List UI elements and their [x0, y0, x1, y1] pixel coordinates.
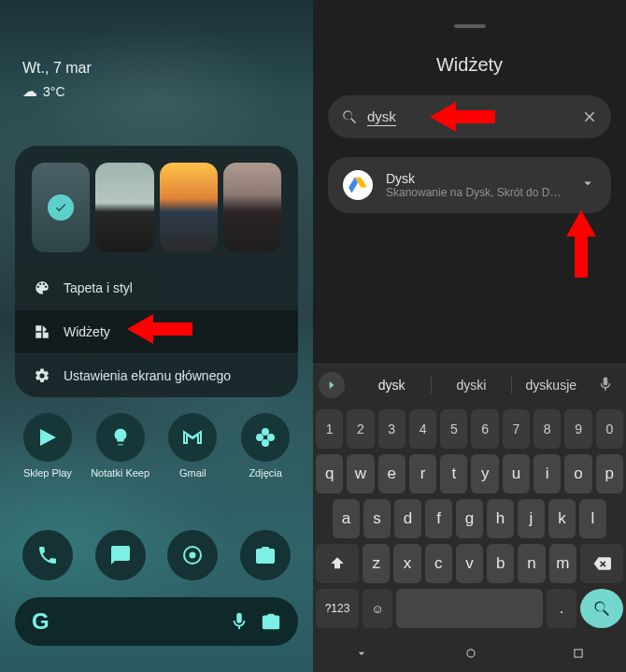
key-g[interactable]: g — [456, 499, 483, 538]
shift-key[interactable] — [316, 544, 359, 583]
period-key[interactable]: . — [547, 589, 576, 628]
key-n[interactable]: n — [518, 544, 545, 583]
key-row-1: qwertyuiop — [316, 454, 623, 493]
weather-widget[interactable]: ☁ 3°C — [22, 82, 65, 100]
key-a[interactable]: a — [333, 499, 360, 538]
mic-icon[interactable] — [229, 611, 249, 632]
wallpaper-thumb-row — [15, 146, 298, 265]
suggestion-word[interactable]: dyskusje — [512, 378, 590, 393]
backspace-key[interactable] — [580, 544, 623, 583]
key-i[interactable]: i — [534, 454, 561, 493]
google-g-icon: G — [32, 608, 50, 635]
dock-phone[interactable] — [22, 530, 73, 580]
key-k[interactable]: k — [548, 499, 576, 538]
menu-home-settings[interactable]: Ustawienia ekranu głównego — [15, 353, 298, 397]
key-2[interactable]: 2 — [347, 409, 374, 449]
key-w[interactable]: w — [347, 454, 374, 493]
keyboard: dysk dyski dyskusje 1234567890 qwertyuio… — [313, 364, 626, 672]
emoji-key[interactable]: ☺ — [363, 589, 392, 628]
app-photos[interactable]: Zdjęcia — [232, 413, 299, 479]
key-l[interactable]: l — [579, 499, 606, 538]
widget-picker-panel: Widżety dysk Dysk Skanowanie na Dysk, Sk… — [313, 0, 626, 672]
suggestion-word[interactable]: dyski — [432, 378, 510, 393]
key-s[interactable]: s — [363, 499, 391, 538]
lens-icon[interactable] — [261, 611, 281, 632]
app-label: Zdjęcia — [249, 467, 281, 479]
svg-rect-3 — [575, 650, 582, 657]
menu-wallpaper-style[interactable]: Tapeta i styl — [15, 265, 298, 309]
key-6[interactable]: 6 — [471, 409, 498, 449]
menu-item-label: Tapeta i styl — [64, 280, 279, 295]
key-f[interactable]: f — [425, 499, 452, 538]
home-screen-panel: Wt., 7 mar ☁ 3°C Tapeta i styl Widż — [0, 0, 313, 672]
wallpaper-thumb[interactable] — [223, 163, 281, 252]
keyboard-mic-icon[interactable] — [590, 376, 620, 395]
nav-recents-icon[interactable] — [572, 647, 585, 664]
space-key[interactable] — [396, 589, 543, 628]
app-label: Notatki Keep — [91, 467, 149, 479]
key-h[interactable]: h — [487, 499, 514, 538]
key-x[interactable]: x — [393, 544, 420, 583]
key-row-2: asdfghjkl — [316, 499, 623, 538]
key-r[interactable]: r — [409, 454, 436, 493]
key-j[interactable]: j — [518, 499, 545, 538]
key-o[interactable]: o — [564, 454, 591, 493]
google-search-bar[interactable]: G — [15, 597, 298, 646]
key-7[interactable]: 7 — [503, 409, 530, 449]
suggestion-word[interactable]: dysk — [352, 378, 431, 393]
svg-point-1 — [190, 552, 196, 559]
key-p[interactable]: p — [596, 454, 623, 493]
key-e[interactable]: e — [378, 454, 405, 493]
key-1[interactable]: 1 — [316, 409, 343, 449]
app-gmail[interactable]: Gmail — [159, 413, 226, 479]
nav-home-icon[interactable] — [464, 647, 477, 664]
search-key[interactable] — [580, 589, 623, 628]
app-play-store[interactable]: Sklep Play — [14, 413, 81, 479]
key-0[interactable]: 0 — [596, 409, 623, 449]
drag-handle[interactable] — [454, 24, 486, 28]
wallpaper-thumb[interactable] — [160, 163, 218, 252]
key-t[interactable]: t — [440, 454, 467, 493]
menu-item-label: Widżety — [64, 324, 279, 339]
search-icon — [341, 108, 358, 125]
key-b[interactable]: b — [487, 544, 514, 583]
key-3[interactable]: 3 — [378, 409, 405, 449]
widget-result-dysk[interactable]: Dysk Skanowanie na Dysk, Skrót do Dysku.… — [328, 157, 611, 213]
expand-suggestions-button[interactable] — [319, 372, 345, 398]
widgets-icon — [34, 323, 50, 340]
app-keep[interactable]: Notatki Keep — [87, 413, 154, 479]
result-title: Dysk — [386, 171, 566, 186]
key-d[interactable]: d — [394, 499, 421, 538]
dock-chrome[interactable] — [167, 530, 218, 580]
key-c[interactable]: c — [425, 544, 452, 583]
key-9[interactable]: 9 — [564, 409, 591, 449]
dock-messages[interactable] — [95, 530, 146, 580]
nav-down-icon[interactable] — [354, 646, 369, 665]
symbols-key[interactable]: ?123 — [316, 589, 359, 628]
key-4[interactable]: 4 — [409, 409, 436, 449]
home-context-menu: Tapeta i styl Widżety Ustawienia ekranu … — [15, 146, 298, 397]
svg-point-2 — [466, 650, 474, 657]
menu-widgets[interactable]: Widżety — [15, 309, 298, 353]
wallpaper-thumb-selected[interactable] — [32, 163, 90, 252]
gear-icon — [34, 367, 50, 384]
key-5[interactable]: 5 — [440, 409, 467, 449]
chevron-down-icon[interactable] — [579, 175, 596, 195]
search-text: dysk — [367, 108, 396, 126]
app-label: Sklep Play — [23, 467, 72, 479]
widget-search-input[interactable]: dysk — [328, 95, 611, 138]
wallpaper-thumb[interactable] — [95, 163, 153, 252]
key-m[interactable]: m — [549, 544, 576, 583]
dock-camera[interactable] — [240, 530, 291, 580]
key-row-3: zxcvbnm — [316, 544, 623, 583]
key-u[interactable]: u — [503, 454, 530, 493]
key-q[interactable]: q — [316, 454, 343, 493]
temperature-text: 3°C — [43, 84, 65, 99]
clear-icon[interactable] — [581, 108, 598, 125]
key-z[interactable]: z — [363, 544, 390, 583]
date-text: Wt., 7 mar — [22, 60, 92, 77]
key-y[interactable]: y — [471, 454, 498, 493]
key-8[interactable]: 8 — [534, 409, 561, 449]
key-v[interactable]: v — [456, 544, 483, 583]
drive-icon — [343, 170, 373, 200]
